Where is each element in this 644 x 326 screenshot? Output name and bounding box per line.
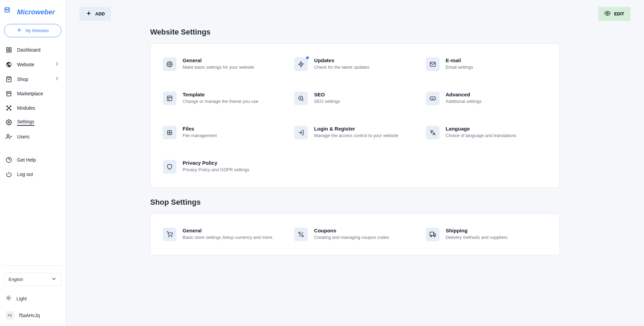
lang-icon bbox=[426, 126, 440, 139]
theme-label: Light bbox=[16, 296, 27, 301]
sidebar-item-users[interactable]: Users bbox=[3, 130, 63, 144]
edit-label: EDIT bbox=[614, 11, 624, 16]
tile-text: Template Change or manage the theme you … bbox=[183, 92, 258, 105]
language-select[interactable]: English bbox=[4, 273, 61, 286]
sidebar-item-website[interactable]: Website bbox=[3, 57, 63, 72]
sidebar-item-settings[interactable]: Settings bbox=[3, 115, 63, 130]
eye-icon bbox=[604, 10, 611, 17]
tile-updates[interactable]: Updates Check for the latest updates bbox=[294, 57, 415, 71]
tile-language[interactable]: Language Choice of language and translat… bbox=[426, 126, 547, 139]
arrow-left-icon bbox=[17, 27, 23, 34]
tile-desc: Manage the access control to your websit… bbox=[314, 133, 398, 138]
login-icon bbox=[294, 126, 308, 139]
tile-desc: Make basic settings for your website bbox=[183, 65, 254, 70]
shield-icon bbox=[163, 160, 176, 174]
gear-icon bbox=[5, 119, 12, 126]
tile-title: Shipping bbox=[446, 228, 507, 233]
tile-coupons[interactable]: Coupons Creating and managing coupon cod… bbox=[294, 228, 415, 241]
chevron-right-icon bbox=[54, 61, 60, 68]
store-icon bbox=[5, 90, 12, 97]
dashboard-icon bbox=[5, 46, 12, 53]
tile-desc: Choice of language and translations bbox=[446, 133, 516, 138]
tile-text: SEO SEO settings bbox=[314, 92, 340, 105]
user-profile[interactable]: F5 f5aAHcJq bbox=[3, 307, 63, 326]
tile-text: Updates Check for the latest updates bbox=[314, 57, 369, 71]
nav-list: Dashboard Website Shop Marketplace Modul… bbox=[3, 43, 63, 153]
add-label: ADD bbox=[95, 11, 105, 16]
modules-icon bbox=[5, 105, 12, 111]
tile-text: General Basic store settings.Setup curre… bbox=[183, 228, 273, 241]
sidebar-item-label: Modules bbox=[17, 105, 35, 111]
logo-icon bbox=[4, 7, 14, 17]
tile-privacy-policy[interactable]: Privacy Policy Privacy Policy and GDPR s… bbox=[163, 160, 284, 174]
tile-files[interactable]: Files File management bbox=[163, 126, 284, 139]
coupon-icon bbox=[294, 228, 308, 241]
chevron-down-icon bbox=[51, 276, 57, 283]
tile-text: Coupons Creating and managing coupon cod… bbox=[314, 228, 389, 241]
logo-text: Microweber bbox=[17, 8, 55, 16]
sun-icon bbox=[5, 295, 12, 302]
tile-desc: File management bbox=[183, 133, 217, 138]
section-card: General Make basic settings for your web… bbox=[150, 43, 560, 188]
seo-icon bbox=[294, 92, 308, 105]
users-icon bbox=[5, 133, 12, 140]
edit-button[interactable]: EDIT bbox=[598, 7, 630, 21]
nav-list-bottom: Get Help Log out bbox=[3, 153, 63, 263]
tile-title: General bbox=[183, 57, 254, 63]
tile-template[interactable]: Template Change or manage the theme you … bbox=[163, 92, 284, 105]
tile-title: Template bbox=[183, 92, 258, 97]
sidebar-item-label: Website bbox=[17, 62, 34, 67]
sidebar-item-label: Settings bbox=[17, 119, 34, 126]
tile-e-mail[interactable]: E-mail Email settings bbox=[426, 57, 547, 71]
my-websites-button[interactable]: My Websites bbox=[4, 24, 61, 37]
tile-desc: Email settings bbox=[446, 65, 473, 70]
avatar: F5 bbox=[5, 311, 14, 320]
sidebar-item-label: Users bbox=[17, 134, 30, 139]
cart-icon bbox=[163, 228, 176, 241]
tile-desc: Additional settings bbox=[446, 99, 482, 104]
topbar: ADD EDIT bbox=[80, 7, 630, 21]
tile-text: General Make basic settings for your web… bbox=[183, 57, 254, 71]
help-icon bbox=[5, 157, 12, 163]
logo[interactable]: Microweber bbox=[3, 7, 63, 24]
sidebar-item-shop[interactable]: Shop bbox=[3, 72, 63, 86]
sidebar-bottom: English Light F5 f5aAHcJq bbox=[3, 266, 63, 326]
tile-text: Files File management bbox=[183, 126, 217, 139]
tile-desc: Creating and managing coupon codes bbox=[314, 235, 389, 240]
tile-text: Login & Register Manage the access contr… bbox=[314, 126, 398, 139]
section-title: Shop Settings bbox=[150, 198, 560, 207]
theme-toggle[interactable]: Light bbox=[3, 290, 63, 307]
tile-desc: Basic store settings.Setup currency and … bbox=[183, 235, 273, 240]
files-icon bbox=[163, 126, 176, 139]
tile-general[interactable]: General Make basic settings for your web… bbox=[163, 57, 284, 71]
bolt-icon bbox=[294, 57, 308, 71]
plus-icon bbox=[86, 10, 92, 17]
tile-desc: SEO settings bbox=[314, 99, 340, 104]
sidebar: Microweber My Websites Dashboard Website… bbox=[0, 0, 66, 326]
tile-title: Files bbox=[183, 126, 217, 132]
sidebar-item-dashboard[interactable]: Dashboard bbox=[3, 43, 63, 57]
globe-icon bbox=[5, 61, 12, 68]
tile-text: E-mail Email settings bbox=[446, 57, 473, 71]
tile-text: Privacy Policy Privacy Policy and GDPR s… bbox=[183, 160, 249, 174]
tile-shipping[interactable]: Shipping Delivery methods and suppliers bbox=[426, 228, 547, 241]
sidebar-item-log-out[interactable]: Log out bbox=[3, 167, 63, 181]
sidebar-item-get-help[interactable]: Get Help bbox=[3, 153, 63, 167]
sidebar-item-label: Marketplace bbox=[17, 91, 43, 96]
section-card: General Basic store settings.Setup curre… bbox=[150, 214, 560, 255]
sidebar-item-modules[interactable]: Modules bbox=[3, 101, 63, 115]
tile-general[interactable]: General Basic store settings.Setup curre… bbox=[163, 228, 284, 241]
template-icon bbox=[163, 92, 176, 105]
tile-login-register[interactable]: Login & Register Manage the access contr… bbox=[294, 126, 415, 139]
sidebar-item-label: Shop bbox=[17, 77, 28, 82]
tile-seo[interactable]: SEO SEO settings bbox=[294, 92, 415, 105]
notification-dot bbox=[306, 56, 309, 59]
sidebar-item-marketplace[interactable]: Marketplace bbox=[3, 86, 63, 101]
add-button[interactable]: ADD bbox=[80, 7, 111, 21]
tile-text: Shipping Delivery methods and suppliers bbox=[446, 228, 507, 241]
tile-title: General bbox=[183, 228, 273, 233]
tile-advanced[interactable]: Advanced Additional settings bbox=[426, 92, 547, 105]
tile-title: Language bbox=[446, 126, 516, 132]
tile-title: Coupons bbox=[314, 228, 389, 233]
tile-title: Privacy Policy bbox=[183, 160, 249, 166]
